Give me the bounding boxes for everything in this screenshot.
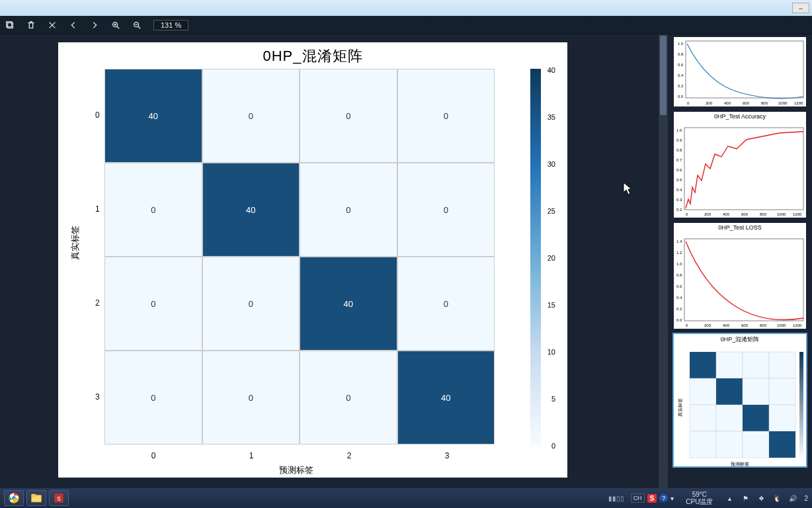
svg-text:真实标签: 真实标签 (678, 398, 683, 417)
svg-text:0.0: 0.0 (676, 318, 682, 322)
taskbar-app-chrome[interactable] (4, 490, 24, 506)
colorbar-tick: 40 (548, 66, 555, 74)
cell-3-1: 0 (202, 351, 300, 444)
tray-app-icon[interactable]: ❖ (756, 493, 766, 503)
thumbnail-chart-1[interactable]: 1.00.80.6 0.40.20.0 0200400 600800100012… (674, 37, 806, 106)
svg-text:400: 400 (723, 212, 730, 216)
svg-rect-50 (684, 239, 803, 321)
y-tick: 1 (95, 204, 100, 214)
cell-0-1: 0 (202, 69, 300, 163)
svg-text:0.2: 0.2 (676, 307, 682, 311)
svg-rect-54 (769, 352, 795, 378)
thumbnail-chart-3[interactable]: 0HP_Test LOSS 1.41.21.0 0.80.60.4 0.20.0… (674, 223, 806, 329)
svg-text:0.3: 0.3 (676, 198, 682, 202)
svg-text:1200: 1200 (794, 101, 803, 105)
svg-text:800: 800 (761, 101, 768, 105)
svg-rect-61 (743, 405, 769, 431)
vertical-scrollbar[interactable] (659, 34, 668, 488)
svg-rect-62 (769, 405, 795, 431)
cell-3-2: 0 (300, 351, 397, 444)
arrow-right-icon[interactable] (90, 21, 99, 30)
cpu-temp[interactable]: 59°C CPU温度 (686, 491, 713, 505)
cell-1-1: 40 (202, 163, 300, 257)
svg-text:200: 200 (704, 212, 711, 216)
cell-3-3: 40 (397, 351, 495, 444)
colorbar-tick: 0 (551, 442, 555, 450)
x-tick: 0 (151, 451, 156, 460)
arrow-left-icon[interactable] (69, 21, 78, 30)
svg-rect-34 (684, 128, 803, 210)
svg-text:0.5: 0.5 (676, 178, 682, 182)
thumbnail-title: 0HP_Test Accuracy (674, 112, 806, 121)
svg-text:0.2: 0.2 (676, 208, 682, 212)
svg-text:S: S (57, 496, 61, 502)
thumbnail-title: 0HP_Test LOSS (674, 223, 806, 232)
ime-menu-icon[interactable]: ▾ (670, 495, 674, 502)
cell-2-0: 0 (104, 257, 202, 351)
scrollbar-thumb[interactable] (660, 36, 667, 115)
svg-text:1000: 1000 (777, 323, 786, 327)
svg-text:600: 600 (743, 101, 750, 105)
tray-bars-icon[interactable]: ▮▮▯▯ (608, 495, 624, 502)
taskbar: S ▮▮▯▯ CH S ? ▾ 59°C CPU温度 ▴ ⚑ ❖ 🐧 🔊 2 (0, 488, 812, 508)
thumbnail-chart-2[interactable]: 0HP_Test Accuracy 1.00.90.8 0.70.60.5 0.… (674, 112, 806, 218)
y-axis-label: 真实标签 (69, 226, 81, 260)
thumbnail-title: 0HP_混淆矩阵 (674, 334, 806, 345)
svg-text:预测标签: 预测标签 (731, 462, 749, 466)
y-tick: 2 (95, 298, 100, 308)
volume-icon[interactable]: 🔊 (788, 493, 797, 503)
tray-right-digit: 2 (804, 495, 808, 502)
svg-rect-59 (690, 405, 716, 431)
taskbar-tray: ▮▮▯▯ CH S ? ▾ 59°C CPU温度 ▴ ⚑ ❖ 🐧 🔊 2 (608, 491, 808, 505)
cell-0-0: 40 (104, 69, 202, 163)
svg-text:0.6: 0.6 (678, 63, 684, 67)
svg-text:0.8: 0.8 (678, 52, 684, 56)
svg-text:1200: 1200 (793, 212, 802, 216)
thumbnail-panel[interactable]: 1.00.80.6 0.40.20.0 0200400 600800100012… (668, 34, 812, 488)
thumbnail-chart-4[interactable]: 0HP_混淆矩阵 预测标签 (674, 334, 806, 466)
colorbar-tick: 15 (548, 301, 555, 309)
svg-rect-53 (743, 352, 769, 378)
minimize-button[interactable] (792, 3, 809, 13)
ime-indicator[interactable]: CH S ? ▾ (631, 493, 674, 503)
tray-up-icon[interactable]: ▴ (725, 493, 734, 503)
svg-text:200: 200 (704, 323, 711, 327)
cell-2-3: 0 (397, 257, 495, 351)
zoom-in-icon[interactable] (111, 21, 120, 30)
svg-text:0.8: 0.8 (676, 273, 682, 277)
svg-text:0: 0 (686, 323, 688, 327)
svg-text:1.4: 1.4 (676, 239, 682, 243)
svg-text:400: 400 (723, 323, 730, 327)
colorbar-tick: 5 (551, 395, 555, 403)
ime-sogou-icon[interactable]: S (647, 494, 657, 503)
y-tick: 3 (95, 392, 100, 402)
taskbar-app-explorer[interactable] (26, 490, 46, 506)
zoom-level[interactable]: 131 % (153, 20, 188, 30)
svg-text:800: 800 (760, 212, 767, 216)
svg-text:0.6: 0.6 (676, 168, 682, 172)
svg-rect-56 (716, 378, 743, 405)
penguin-icon[interactable]: 🐧 (772, 493, 782, 503)
svg-text:1.0: 1.0 (676, 128, 682, 132)
svg-rect-17 (686, 41, 803, 98)
cell-0-2: 0 (300, 69, 397, 163)
close-icon[interactable] (48, 21, 57, 30)
cell-0-3: 0 (397, 69, 495, 163)
taskbar-app-other[interactable]: S (49, 490, 69, 506)
svg-text:0: 0 (687, 101, 690, 105)
ime-help-icon[interactable]: ? (659, 494, 668, 502)
svg-rect-58 (769, 378, 795, 405)
ime-lang[interactable]: CH (631, 493, 645, 503)
figure-title: 0HP_混淆矩阵 (58, 42, 567, 66)
svg-text:1000: 1000 (778, 101, 788, 105)
x-tick: 1 (249, 451, 254, 460)
copy-icon[interactable] (5, 21, 15, 30)
colorbar-tick: 35 (548, 113, 555, 121)
zoom-out-icon[interactable] (132, 21, 142, 30)
svg-text:200: 200 (706, 101, 713, 105)
svg-text:1.2: 1.2 (676, 251, 682, 255)
svg-text:0.4: 0.4 (676, 188, 682, 192)
delete-icon[interactable] (26, 21, 36, 30)
window-titlebar (0, 0, 812, 16)
flag-icon[interactable]: ⚑ (741, 493, 750, 503)
